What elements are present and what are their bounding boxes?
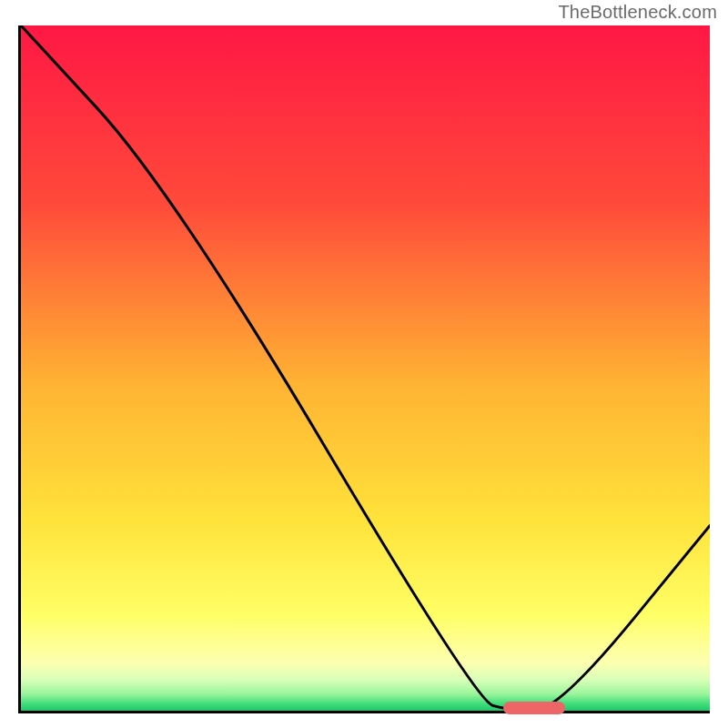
chart-plot-area xyxy=(21,25,710,711)
chart-background-gradient xyxy=(21,25,710,711)
watermark-text: TheBottleneck.com xyxy=(558,2,717,23)
chart-svg xyxy=(21,25,710,711)
chart-highlight-marker xyxy=(503,702,565,714)
